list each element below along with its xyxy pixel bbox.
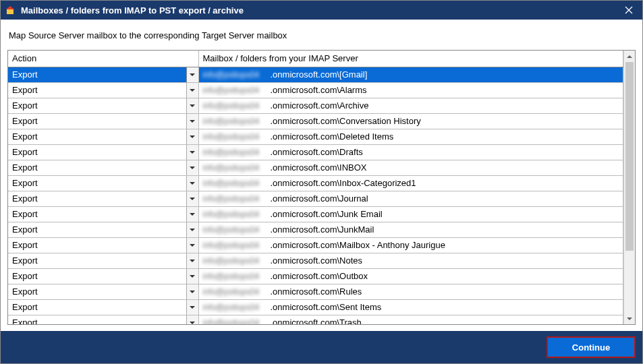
content-area: Map Source Server mailbox to the corresp… <box>1 20 642 325</box>
table-row[interactable]: Exportinfo@psttops04.onmicrosoft.com\Rul… <box>8 284 623 299</box>
mailbox-value: info@psttops04.onmicrosoft.com\INBOX <box>199 160 623 175</box>
mailbox-value: info@psttops04.onmicrosoft.com\Rules <box>199 284 623 299</box>
action-dropdown-button[interactable] <box>186 176 198 191</box>
chevron-down-icon <box>190 260 195 262</box>
mailbox-value: info@psttops04.onmicrosoft.com\Trash <box>199 315 623 325</box>
chevron-down-icon <box>190 182 195 185</box>
instruction-text: Map Source Server mailbox to the corresp… <box>7 30 636 40</box>
table-row[interactable]: Exportinfo@psttops04.onmicrosoft.com\Ala… <box>8 82 623 98</box>
close-icon <box>625 6 633 14</box>
table-row[interactable]: Exportinfo@psttops04.onmicrosoft.com\Con… <box>8 113 623 129</box>
scroll-track[interactable] <box>624 62 635 313</box>
action-value: Export <box>8 160 186 175</box>
mailbox-value: info@psttops04.onmicrosoft.com\Journal <box>199 191 623 206</box>
chevron-down-icon <box>190 120 195 123</box>
table-row[interactable]: Exportinfo@psttops04.onmicrosoft.com\Dra… <box>8 144 623 160</box>
action-value: Export <box>8 67 186 82</box>
action-value: Export <box>8 98 186 113</box>
continue-button[interactable]: Continue <box>547 336 636 358</box>
action-dropdown-button[interactable] <box>186 253 198 268</box>
chevron-down-icon <box>190 229 195 231</box>
action-dropdown-button[interactable] <box>186 129 198 144</box>
action-value: Export <box>8 222 186 237</box>
chevron-down-icon <box>190 73 195 76</box>
action-dropdown-button[interactable] <box>186 284 198 299</box>
table-row[interactable]: Exportinfo@psttops04.onmicrosoft.com\Out… <box>8 268 623 284</box>
action-value: Export <box>8 315 186 325</box>
chevron-down-icon <box>190 151 195 154</box>
mailbox-value: info@psttops04.onmicrosoft.com\Conversat… <box>199 114 623 129</box>
mailbox-value: info@psttops04.onmicrosoft.com\Archive <box>199 98 623 113</box>
action-value: Export <box>8 284 186 299</box>
table-row[interactable]: Exportinfo@psttops04.onmicrosoft.com\INB… <box>8 160 623 175</box>
svg-rect-1 <box>7 9 13 14</box>
titlebar: Mailboxes / folders from IMAP to PST exp… <box>1 1 642 20</box>
chevron-down-icon <box>190 135 195 138</box>
chevron-down-icon <box>190 322 195 324</box>
action-value: Export <box>8 238 186 253</box>
mapping-table: Action Mailbox / folders from your IMAP … <box>8 51 623 324</box>
scroll-up-button[interactable] <box>624 51 635 62</box>
table-row[interactable]: Exportinfo@psttops04.onmicrosoft.com\Jun… <box>8 222 623 237</box>
action-value: Export <box>8 129 186 144</box>
action-dropdown-button[interactable] <box>186 238 198 253</box>
table-row[interactable]: Exportinfo@psttops04.onmicrosoft.com\Mai… <box>8 237 623 253</box>
chevron-down-icon <box>190 306 195 309</box>
chevron-down-icon <box>190 213 195 216</box>
app-icon <box>5 5 16 16</box>
action-value: Export <box>8 176 186 191</box>
action-dropdown-button[interactable] <box>186 98 198 113</box>
action-dropdown-button[interactable] <box>186 222 198 237</box>
table-row[interactable]: Exportinfo@psttops04.onmicrosoft.com\Not… <box>8 253 623 268</box>
action-dropdown-button[interactable] <box>186 67 198 82</box>
scroll-thumb[interactable] <box>625 62 634 251</box>
action-value: Export <box>8 83 186 98</box>
action-dropdown-button[interactable] <box>186 114 198 129</box>
chevron-down-icon <box>190 244 195 247</box>
action-dropdown-button[interactable] <box>186 145 198 160</box>
action-value: Export <box>8 145 186 160</box>
chevron-down-icon <box>190 275 195 278</box>
action-dropdown-button[interactable] <box>186 191 198 206</box>
action-value: Export <box>8 114 186 129</box>
action-value: Export <box>8 253 186 268</box>
table-row[interactable]: Exportinfo@psttops04.onmicrosoft.com\[Gm… <box>8 67 623 82</box>
close-button[interactable] <box>615 1 642 20</box>
table-row[interactable]: Exportinfo@psttops04.onmicrosoft.com\Jou… <box>8 191 623 206</box>
action-dropdown-button[interactable] <box>186 300 198 315</box>
vertical-scrollbar[interactable] <box>623 51 635 324</box>
header-action[interactable]: Action <box>8 51 198 67</box>
table-row[interactable]: Exportinfo@psttops04.onmicrosoft.com\Jun… <box>8 206 623 222</box>
table-row[interactable]: Exportinfo@psttops04.onmicrosoft.com\Sen… <box>8 299 623 315</box>
svg-marker-0 <box>6 6 14 9</box>
mailbox-value: info@psttops04.onmicrosoft.com\Mailbox -… <box>199 238 623 253</box>
chevron-down-icon <box>190 291 195 293</box>
mailbox-value: info@psttops04.onmicrosoft.com\Outbox <box>199 269 623 284</box>
mailbox-value: info@psttops04.onmicrosoft.com\Sent Item… <box>199 300 623 315</box>
mailbox-value: info@psttops04.onmicrosoft.com\Alarms <box>199 83 623 98</box>
action-dropdown-button[interactable] <box>186 160 198 175</box>
table-row[interactable]: Exportinfo@psttops04.onmicrosoft.com\Del… <box>8 129 623 144</box>
action-dropdown-button[interactable] <box>186 315 198 325</box>
mailbox-value: info@psttops04.onmicrosoft.com\Deleted I… <box>199 129 623 144</box>
chevron-down-icon <box>190 198 195 200</box>
mailbox-value: info@psttops04.onmicrosoft.com\Notes <box>199 253 623 268</box>
action-dropdown-button[interactable] <box>186 269 198 284</box>
action-value: Export <box>8 269 186 284</box>
footer: Continue <box>1 331 642 363</box>
action-dropdown-button[interactable] <box>186 83 198 98</box>
action-value: Export <box>8 207 186 222</box>
table-row[interactable]: Exportinfo@psttops04.onmicrosoft.com\Inb… <box>8 175 623 191</box>
action-dropdown-button[interactable] <box>186 207 198 222</box>
chevron-down-icon <box>190 104 195 107</box>
mailbox-value: info@psttops04.onmicrosoft.com\Inbox-Cat… <box>199 176 623 191</box>
table-row[interactable]: Exportinfo@psttops04.onmicrosoft.com\Tra… <box>8 315 623 324</box>
scroll-down-button[interactable] <box>624 313 635 324</box>
table-row[interactable]: Exportinfo@psttops04.onmicrosoft.com\Arc… <box>8 98 623 113</box>
chevron-down-icon <box>190 166 195 169</box>
header-mailbox[interactable]: Mailbox / folders from your IMAP Server <box>198 51 623 67</box>
action-value: Export <box>8 191 186 206</box>
chevron-down-icon <box>190 89 195 92</box>
action-value: Export <box>8 300 186 315</box>
mailbox-value: info@psttops04.onmicrosoft.com\JunkMail <box>199 222 623 237</box>
